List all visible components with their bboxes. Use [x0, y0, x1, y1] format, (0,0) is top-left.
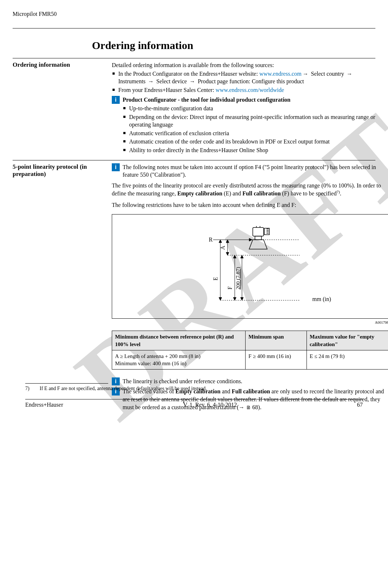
ordering-bullet-1: In the Product Configurator on the Endre… — [112, 70, 375, 85]
section-heading: Ordering information — [92, 39, 375, 52]
link-endress[interactable]: www.endress.com — [259, 71, 301, 77]
section-rule-1 — [13, 58, 375, 58]
svg-marker-22 — [219, 297, 222, 300]
th-max-empty: Maximum value for "empty calibration" — [307, 331, 388, 350]
svg-marker-29 — [241, 297, 243, 300]
svg-marker-21 — [219, 240, 222, 243]
footer-center: V. 1, Rev. 6, 4-10-2012 — [183, 402, 237, 408]
svg-marker-14 — [249, 238, 252, 241]
svg-marker-28 — [241, 255, 243, 258]
svg-rect-4 — [253, 227, 264, 236]
page-header: Micropilot FMR50 — [13, 11, 375, 17]
th-min-span: Minimum span — [246, 331, 307, 350]
linearity-note-1: The following notes must be taken into a… — [123, 163, 388, 179]
linearity-figure: R A — [112, 214, 388, 319]
footer-left: Endress+Hauser — [25, 402, 63, 408]
info-icon: i — [112, 96, 120, 104]
pc-bullet-5: Ability to order directly in the Endress… — [123, 146, 375, 154]
info-icon: i — [112, 163, 120, 171]
td-min-distance: A ≥ Length of antenna + 200 mm (8 in) Mi… — [112, 350, 246, 370]
figure-id: A0017983 — [112, 320, 388, 325]
header-rule — [13, 28, 375, 28]
svg-text:i: i — [115, 164, 116, 170]
linearity-table: Minimum distance between reference point… — [112, 331, 388, 370]
fig-dim-200: 200 (7.87) — [235, 267, 241, 289]
footnote-rule — [25, 383, 108, 384]
pc-bullet-4: Automatic creation of the order code and… — [123, 138, 375, 146]
td-min-span: F ≥ 400 mm (16 in) — [246, 350, 307, 370]
fig-label-a: A — [220, 246, 226, 250]
linearity-para-1: The five points of the linearity protoco… — [112, 182, 388, 198]
footer-page-number: 67 — [357, 402, 363, 408]
product-configurator-title: Product Configurator - the tool for indi… — [123, 96, 375, 104]
fig-unit: mm (in) — [312, 296, 331, 302]
td-max-empty: E ≤ 24 m (79 ft) — [307, 350, 388, 370]
linearity-para-2: The following restrictions have to be ta… — [112, 201, 388, 209]
fig-label-f: F — [227, 286, 233, 289]
pc-bullet-3: Automatic verification of exclusion crit… — [123, 129, 375, 137]
svg-rect-10 — [255, 236, 261, 240]
side-label-ordering: Ordering information — [13, 61, 112, 157]
footnote-7: 7)If E and F are not specified, antenna … — [25, 386, 363, 392]
pc-bullet-2: Depending on the device: Direct input of… — [123, 113, 375, 129]
side-label-linearity: 5-point linearity protocol (in preparati… — [13, 163, 112, 414]
page-footer: Endress+Hauser V. 1, Rev. 6, 4-10-2012 6… — [25, 399, 363, 408]
th-min-distance: Minimum distance between reference point… — [112, 331, 246, 350]
pc-bullet-1: Up-to-the-minute configuration data — [123, 105, 375, 112]
ordering-intro: Detailed ordering information is availab… — [112, 61, 375, 69]
section-rule-2 — [13, 160, 375, 160]
fig-label-e: E — [212, 277, 219, 280]
svg-marker-18 — [226, 252, 229, 255]
link-worldwide[interactable]: www.endress.com/worldwide — [216, 87, 284, 93]
fig-label-r: R — [209, 236, 213, 243]
svg-marker-24 — [233, 255, 236, 258]
svg-marker-25 — [233, 297, 236, 300]
ordering-bullet-2: From your Endress+Hauser Sales Center: w… — [112, 86, 375, 94]
svg-marker-17 — [226, 240, 229, 243]
svg-text:i: i — [115, 97, 116, 103]
